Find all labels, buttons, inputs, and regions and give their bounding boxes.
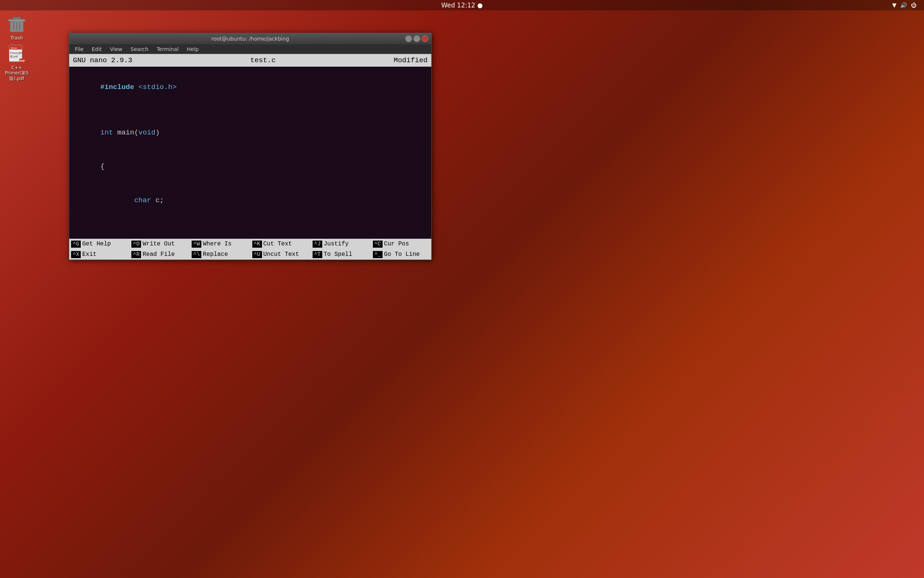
desktop-sidebar: Trash C++ Primer(第5 版).pdf PDF C++Primer… [0, 10, 34, 81]
key-ctrl-o: ^O [131, 240, 141, 248]
svg-text:版).pdf: 版).pdf [10, 55, 18, 58]
label-read-file: Read File [142, 251, 175, 258]
key-ctrl-x: ^X [71, 251, 81, 258]
terminal-title: root@ubuntu: /home/jackbing [211, 36, 289, 42]
maximize-button[interactable] [413, 36, 420, 42]
shortcut-replace: ^\ Replace [190, 249, 250, 260]
sidebar-item-trash[interactable]: Trash [7, 14, 26, 41]
shortcut-get-help: ^G Get Help [69, 239, 129, 249]
shortcut-where-is: ^W Where Is [190, 239, 250, 249]
shortcut-go-to-line: ^_ Go To Line [371, 249, 431, 260]
key-ctrl-underscore: ^_ [373, 251, 383, 258]
code-line-2 [75, 104, 426, 115]
label-go-to-line: Go To Line [384, 251, 420, 258]
shortcut-read-file: ^R Read File [129, 249, 190, 260]
key-ctrl-backslash: ^\ [192, 251, 201, 258]
nano-status: Modified [394, 56, 427, 65]
shortcut-to-spell: ^T To Spell [311, 249, 371, 260]
sidebar-item-pdf[interactable]: C++ Primer(第5 版).pdf PDF C++Primer(第5版).… [5, 44, 29, 81]
label-replace: Replace [203, 251, 228, 258]
key-ctrl-w: ^W [192, 240, 201, 248]
terminal-titlebar: root@ubuntu: /home/jackbing [69, 33, 431, 44]
nano-filename: test.c [251, 56, 276, 65]
key-ctrl-g: ^G [71, 240, 81, 248]
shortcut-exit: ^X Exit [69, 249, 129, 260]
shortcut-cur-pos: ^C Cur Pos [371, 239, 431, 249]
svg-rect-2 [8, 19, 25, 21]
label-write-out: Write Out [142, 240, 175, 247]
svg-text:PDF: PDF [20, 60, 25, 62]
close-button[interactable] [422, 36, 428, 42]
volume-icon: 🔊 [900, 2, 907, 8]
power-icon: ⏻ [911, 2, 917, 8]
trash-label: Trash [10, 35, 23, 41]
label-exit: Exit [82, 251, 96, 258]
label-where-is: Where Is [203, 240, 231, 247]
nano-version: GNU nano 2.9.3 [73, 56, 133, 65]
menu-help[interactable]: Help [183, 45, 202, 53]
label-get-help: Get Help [82, 240, 111, 247]
network-icon: ▼ [892, 2, 896, 8]
menu-file[interactable]: File [71, 45, 87, 53]
menu-search[interactable]: Search [127, 45, 152, 53]
label-cur-pos: Cur Pos [384, 240, 409, 247]
shortcut-uncut-text: ^U Uncut Text [251, 249, 311, 260]
terminal-window: root@ubuntu: /home/jackbing File Edit Vi… [69, 33, 432, 260]
key-ctrl-c: ^C [373, 240, 383, 248]
code-editor[interactable]: #include <stdio.h> int main(void) { char… [69, 67, 431, 239]
shortcut-write-out: ^O Write Out [129, 239, 190, 249]
menu-view[interactable]: View [107, 45, 126, 53]
label-justify: Justify [324, 240, 349, 247]
system-tray: ▼ 🔊 ⏻ [892, 2, 917, 8]
svg-text:Primer(第5: Primer(第5 [10, 52, 23, 55]
window-controls [405, 36, 428, 42]
top-bar: Wed 12:12 ● ▼ 🔊 ⏻ [0, 0, 924, 10]
key-ctrl-u: ^U [252, 251, 262, 258]
clock: Wed 12:12 ● [441, 2, 483, 9]
trash-icon [7, 14, 26, 34]
shortcut-grid: ^G Get Help ^O Write Out ^W Where Is ^K … [69, 239, 431, 260]
label-to-spell: To Spell [324, 251, 353, 258]
key-ctrl-k: ^K [252, 240, 262, 248]
code-line-1: #include <stdio.h> [75, 70, 426, 104]
key-ctrl-t: ^T [312, 251, 322, 258]
menu-edit[interactable]: Edit [88, 45, 105, 53]
shortcut-cut-text: ^K Cut Text [251, 239, 311, 249]
label-uncut-text: Uncut Text [264, 251, 299, 258]
nano-header: GNU nano 2.9.3 test.c Modified [69, 54, 431, 67]
shortcut-justify: ^J Justify [311, 239, 371, 249]
code-line-6 [75, 218, 426, 229]
include-keyword: #include [100, 83, 134, 91]
pdf-label: C++Primer(第5版).pdf [5, 65, 29, 81]
minimize-button[interactable] [405, 36, 412, 42]
label-cut-text: Cut Text [264, 240, 292, 247]
code-line-4: { [75, 150, 426, 183]
key-ctrl-r: ^R [131, 251, 141, 258]
terminal-menubar: File Edit View Search Terminal Help [69, 44, 431, 54]
menu-terminal[interactable]: Terminal [153, 45, 182, 53]
svg-text:C++: C++ [11, 47, 17, 50]
code-line-3: int main(void) [75, 116, 426, 150]
pdf-icon: C++ Primer(第5 版).pdf PDF [7, 44, 26, 64]
key-ctrl-j: ^J [312, 240, 322, 248]
nano-footer: ^G Get Help ^O Write Out ^W Where Is ^K … [69, 239, 431, 260]
code-line-7: while((c = getchar()) != EOF) [75, 229, 426, 239]
code-line-5: char c; [75, 183, 426, 218]
